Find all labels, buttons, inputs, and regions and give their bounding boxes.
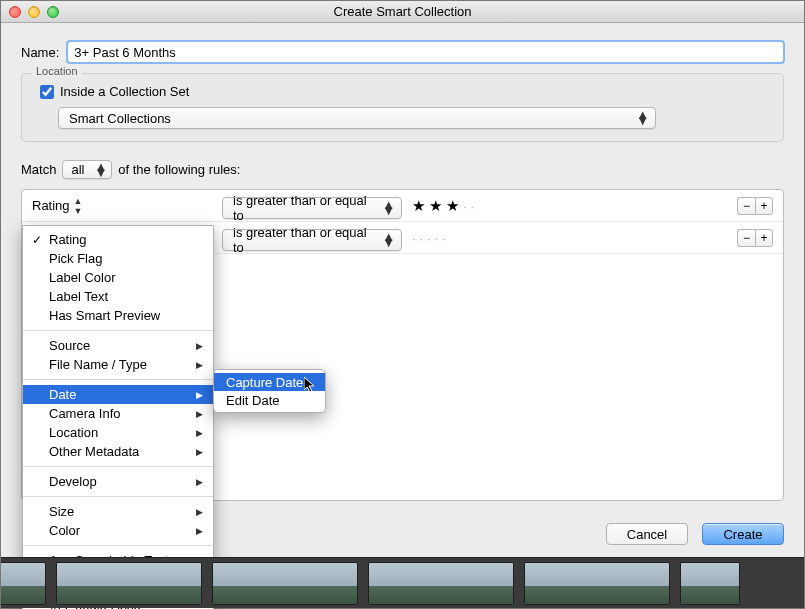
inside-collection-checkbox[interactable]: [40, 85, 54, 99]
name-input[interactable]: [67, 41, 784, 63]
menu-item-date[interactable]: Date: [23, 385, 213, 404]
remove-rule-button[interactable]: −: [737, 197, 755, 215]
thumbnail[interactable]: [212, 562, 358, 605]
updown-icon: ▲▼: [382, 234, 395, 246]
add-remove-buttons: − +: [737, 197, 773, 215]
dialog-buttons: Cancel Create: [606, 523, 784, 545]
name-label: Name:: [21, 45, 59, 60]
submenu-item-edit-date[interactable]: Edit Date: [214, 391, 325, 409]
match-value: all: [71, 162, 84, 177]
operator-cell: is greater than or equal to ▲▼: [222, 193, 404, 219]
add-rule-button[interactable]: +: [755, 197, 773, 215]
add-rule-button[interactable]: +: [755, 229, 773, 247]
criterion-label: Rating: [32, 198, 70, 213]
thumbnail[interactable]: [368, 562, 514, 605]
rule-criterion: Rating ▲▼: [32, 196, 222, 216]
rule-row: Rating ▲▼ is greater than or equal to ▲▼…: [22, 190, 783, 222]
window-controls: [9, 6, 59, 18]
criterion-select[interactable]: Rating ▲▼: [32, 196, 83, 216]
collection-set-value: Smart Collections: [69, 111, 171, 126]
updown-icon: ▲▼: [636, 112, 649, 124]
location-legend: Location: [32, 65, 82, 77]
menu-item-file-name-type[interactable]: File Name / Type: [23, 355, 213, 374]
menu-item-location[interactable]: Location: [23, 423, 213, 442]
menu-item-size[interactable]: Size: [23, 502, 213, 521]
close-icon[interactable]: [9, 6, 21, 18]
window-title: Create Smart Collection: [1, 4, 804, 19]
match-select[interactable]: all ▲▼: [62, 160, 112, 179]
menu-item-has-smart-preview[interactable]: Has Smart Preview: [23, 306, 213, 325]
match-row: Match all ▲▼ of the following rules:: [21, 160, 784, 179]
thumbnail[interactable]: [680, 562, 740, 605]
updown-icon: ▲▼: [94, 164, 107, 176]
collection-set-select[interactable]: Smart Collections ▲▼: [58, 107, 656, 129]
create-button[interactable]: Create: [702, 523, 784, 545]
match-suffix: of the following rules:: [118, 162, 240, 177]
menu-item-develop[interactable]: Develop: [23, 472, 213, 491]
menu-item-source[interactable]: Source: [23, 336, 213, 355]
filmstrip: [1, 557, 804, 608]
rating-value[interactable]: ·····: [412, 229, 450, 246]
menu-item-pick-flag[interactable]: Pick Flag: [23, 249, 213, 268]
inside-collection-label: Inside a Collection Set: [60, 84, 189, 99]
match-prefix: Match: [21, 162, 56, 177]
cancel-button[interactable]: Cancel: [606, 523, 688, 545]
menu-item-color[interactable]: Color: [23, 521, 213, 540]
minimize-icon[interactable]: [28, 6, 40, 18]
updown-icon: ▲▼: [74, 196, 83, 216]
operator-label: is greater than or equal to: [233, 193, 372, 223]
updown-icon: ▲▼: [382, 202, 395, 214]
operator-select[interactable]: is greater than or equal to ▲▼: [222, 197, 402, 219]
dialog-window: Create Smart Collection Name: Location I…: [0, 0, 805, 609]
rating-value[interactable]: ★★★··: [412, 197, 478, 215]
menu-item-rating[interactable]: Rating: [23, 230, 213, 249]
menu-item-other-metadata[interactable]: Other Metadata: [23, 442, 213, 461]
titlebar: Create Smart Collection: [1, 1, 804, 23]
operator-label: is greater than or equal to: [233, 225, 372, 255]
remove-rule-button[interactable]: −: [737, 229, 755, 247]
operator-select[interactable]: is greater than or equal to ▲▼: [222, 229, 402, 251]
location-fieldset: Location Inside a Collection Set Smart C…: [21, 73, 784, 142]
add-remove-buttons: − +: [737, 229, 773, 247]
inside-collection-row: Inside a Collection Set: [40, 84, 771, 99]
thumbnail[interactable]: [524, 562, 670, 605]
name-row: Name:: [21, 41, 784, 63]
menu-item-label-color[interactable]: Label Color: [23, 268, 213, 287]
criterion-menu[interactable]: RatingPick FlagLabel ColorLabel TextHas …: [22, 225, 214, 609]
thumbnail[interactable]: [56, 562, 202, 605]
operator-cell: is greater than or equal to ▲▼: [222, 225, 404, 251]
submenu-item-capture-date[interactable]: Capture Date: [214, 373, 325, 391]
zoom-icon[interactable]: [47, 6, 59, 18]
menu-item-label-text[interactable]: Label Text: [23, 287, 213, 306]
date-submenu[interactable]: Capture DateEdit Date: [213, 369, 326, 413]
thumbnail[interactable]: [1, 562, 46, 605]
menu-item-camera-info[interactable]: Camera Info: [23, 404, 213, 423]
collection-set-row: Smart Collections ▲▼: [58, 107, 771, 129]
